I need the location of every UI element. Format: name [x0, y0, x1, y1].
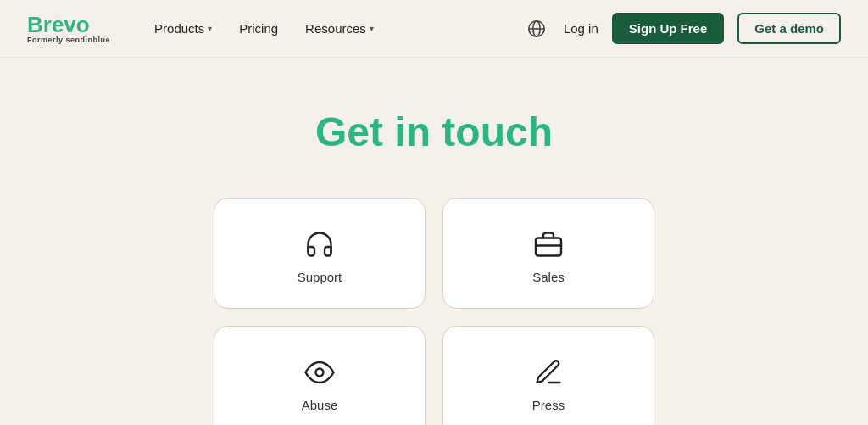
brand-formerly: Formerly sendinblue [27, 36, 110, 44]
svg-point-5 [316, 369, 324, 377]
chevron-down-icon: ▾ [370, 24, 374, 33]
headset-icon [304, 229, 335, 260]
support-label: Support [298, 270, 342, 284]
nav-pricing[interactable]: Pricing [229, 14, 288, 42]
chevron-down-icon: ▾ [208, 24, 212, 33]
login-button[interactable]: Log in [564, 21, 598, 36]
press-label: Press [532, 398, 565, 412]
signup-button[interactable]: Sign Up Free [612, 13, 725, 44]
abuse-label: Abuse [302, 398, 338, 412]
brand-name: Brevo [27, 14, 110, 36]
sales-card[interactable]: Sales [442, 198, 654, 309]
press-card[interactable]: Press [442, 326, 654, 425]
sales-label: Sales [532, 270, 565, 284]
pen-icon [533, 357, 564, 388]
page-title: Get in touch [315, 109, 553, 155]
briefcase-icon [533, 229, 564, 260]
navbar: Brevo Formerly sendinblue Products ▾ Pri… [0, 0, 868, 58]
svg-rect-3 [536, 238, 561, 256]
nav-resources[interactable]: Resources ▾ [295, 14, 384, 42]
demo-button[interactable]: Get a demo [737, 13, 841, 44]
eye-icon [304, 357, 335, 388]
nav-products[interactable]: Products ▾ [144, 14, 222, 42]
contact-cards-grid: Support Sales Abuse Press [214, 198, 654, 425]
nav-links: Products ▾ Pricing Resources ▾ [144, 14, 523, 42]
logo[interactable]: Brevo Formerly sendinblue [27, 14, 110, 44]
globe-icon [527, 20, 546, 38]
nav-right: Log in Sign Up Free Get a demo [523, 13, 841, 44]
language-button[interactable] [523, 15, 550, 42]
main-content: Get in touch Support Sales [0, 58, 868, 425]
support-card[interactable]: Support [214, 198, 426, 309]
abuse-card[interactable]: Abuse [214, 326, 426, 425]
